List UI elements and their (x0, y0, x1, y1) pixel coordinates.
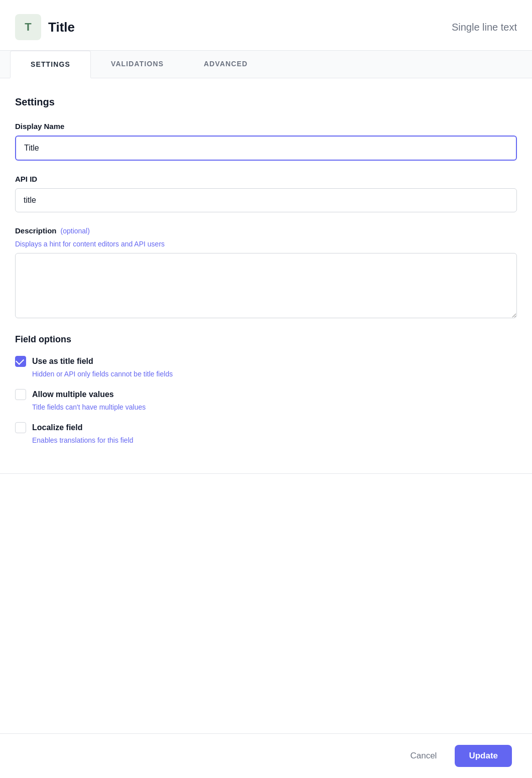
tabs-container: SETTINGS VALIDATIONS ADVANCED (0, 51, 532, 78)
header: T Title Single line text (0, 0, 532, 51)
use-as-title-checkbox[interactable] (15, 356, 26, 367)
localize-field-label: Localize field (32, 423, 82, 432)
optional-label: (optional) (61, 227, 90, 235)
option-allow-multiple: Allow multiple values Title fields can't… (15, 389, 517, 411)
api-id-input[interactable] (15, 188, 517, 212)
use-as-title-label: Use as title field (32, 357, 93, 366)
field-type-icon: T (15, 14, 41, 40)
footer: Cancel Update (0, 733, 532, 778)
field-type-label: Single line text (452, 22, 517, 33)
field-options-section: Field options Use as title field Hidden … (15, 334, 517, 444)
use-as-title-description: Hidden or API only fields cannot be titl… (32, 370, 517, 378)
option-localize-header: Localize field (15, 422, 517, 433)
update-button[interactable]: Update (455, 745, 512, 767)
description-textarea[interactable] (15, 253, 517, 318)
allow-multiple-description: Title fields can't have multiple values (32, 403, 517, 411)
api-id-label: API ID (15, 175, 517, 183)
description-label: Description (optional) (15, 226, 517, 235)
settings-section-title: Settings (15, 96, 517, 108)
cancel-button[interactable]: Cancel (402, 746, 445, 766)
display-name-label: Display Name (15, 122, 517, 131)
allow-multiple-checkbox[interactable] (15, 389, 26, 400)
display-name-group: Display Name (15, 122, 517, 161)
settings-content: Settings Display Name API ID Description… (0, 78, 532, 473)
option-use-as-title-header: Use as title field (15, 356, 517, 367)
tab-validations[interactable]: VALIDATIONS (91, 51, 184, 78)
localize-field-checkbox[interactable] (15, 422, 26, 433)
description-hint: Displays a hint for content editors and … (15, 240, 517, 248)
field-options-title: Field options (15, 334, 517, 345)
option-use-as-title: Use as title field Hidden or API only fi… (15, 356, 517, 378)
display-name-input[interactable] (15, 136, 517, 161)
allow-multiple-label: Allow multiple values (32, 390, 114, 399)
page-title: Title (48, 20, 75, 35)
tab-advanced[interactable]: ADVANCED (184, 51, 268, 78)
header-left: T Title (15, 14, 75, 40)
option-allow-multiple-header: Allow multiple values (15, 389, 517, 400)
footer-divider (0, 473, 532, 474)
localize-field-description: Enables translations for this field (32, 436, 517, 444)
api-id-group: API ID (15, 175, 517, 212)
tab-settings[interactable]: SETTINGS (10, 51, 91, 78)
option-localize-field: Localize field Enables translations for … (15, 422, 517, 444)
description-group: Description (optional) Displays a hint f… (15, 226, 517, 320)
